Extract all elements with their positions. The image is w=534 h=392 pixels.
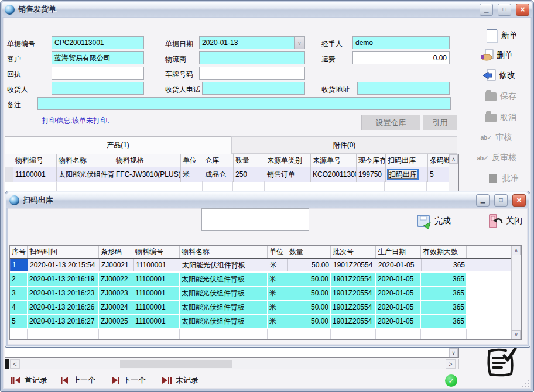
dialog-minimize-button[interactable]: ▁ — [476, 194, 490, 207]
dialog-close-button[interactable]: × — [512, 194, 526, 207]
scroll-left-button[interactable]: < — [10, 359, 20, 369]
cell: 365 — [421, 315, 467, 328]
doc-no-field[interactable]: CPC200113001 — [52, 36, 144, 49]
cell: 11100001 — [134, 301, 180, 314]
resize-grip[interactable] — [521, 380, 529, 387]
scroll-up-button[interactable]: ∧ — [449, 154, 458, 164]
cell: 太阳能光伏组件背板 — [180, 273, 268, 286]
previous-record-icon — [61, 376, 69, 384]
dialog-maximize-button[interactable]: □ — [494, 194, 508, 207]
hand-page-icon — [480, 49, 494, 63]
header-cell: 物料编号 — [134, 246, 180, 258]
table-row-selected[interactable]: 1 2020-01-13 20:15:54 ZJ00021 11100001 太… — [10, 259, 521, 271]
scroll-down-button[interactable]: ∨ — [449, 348, 458, 357]
cell: 1901Z20554 — [331, 273, 376, 286]
cell: 1 — [11, 259, 28, 271]
cell: 1901Z20554 — [331, 315, 376, 328]
product-row[interactable]: 11100001 太阳能光伏组件背板 FFC-JW3010(PLUS) 米 成品… — [5, 167, 458, 182]
doc-date-dropdown-button[interactable]: ∨ — [295, 36, 305, 49]
handler-field[interactable]: demo — [352, 36, 450, 49]
cell: ZJ00023 — [99, 287, 134, 300]
scan-outbound-dialog: 扫码出库 ▁ □ × 完成 关闭 — [5, 191, 530, 348]
logistics-field[interactable] — [199, 51, 305, 64]
square-icon — [486, 171, 500, 185]
cell: FFC-JW3010(PLUS) — [114, 167, 181, 182]
address-field[interactable] — [357, 82, 450, 95]
cell: 365 — [422, 259, 467, 271]
header-cell: 物料编号 — [13, 154, 57, 167]
side-button-delete[interactable]: 删单 — [480, 48, 513, 63]
main-titlebar[interactable]: 销售发货单 ▁ □ × — [2, 2, 532, 17]
screen: 销售发货单 ▁ □ × 单据编号 CPC200113001 单据日期 2020-… — [0, 0, 534, 392]
floppy-disk-icon — [416, 214, 432, 229]
scan-table-v-scrollbar[interactable]: ∧ ∨ — [511, 246, 521, 339]
header-cell: 条形码 — [99, 246, 134, 258]
customer-field[interactable]: 蓝海贸易有限公司 — [52, 51, 144, 64]
cell: 销售订单 — [265, 167, 311, 182]
cell: 1901Z20554 — [331, 287, 376, 300]
plate-no-field[interactable] — [199, 67, 305, 80]
nav-first-button[interactable]: 首记录 — [11, 375, 47, 386]
first-record-icon — [11, 376, 21, 384]
header-cell: 序号 — [10, 246, 28, 258]
finish-button[interactable]: 完成 — [416, 214, 451, 229]
nav-last-button[interactable]: 末记录 — [162, 375, 198, 386]
remark-field[interactable] — [37, 97, 451, 110]
scan-input[interactable] — [201, 208, 309, 231]
table-row[interactable]: 5 2020-01-13 20:16:27 ZJ00025 11100001 太… — [10, 315, 521, 328]
chevron-down-icon: ∨ — [297, 40, 302, 46]
scrollbar-thumb[interactable] — [120, 360, 232, 368]
freight-field[interactable]: 0.00 — [352, 51, 450, 64]
cell: 2020-01-13 20:16:19 — [28, 273, 99, 286]
side-button-unaudit: ab✓ 反审核 — [475, 150, 516, 166]
nav-next-button[interactable]: 下一个 — [111, 375, 146, 386]
side-button-new[interactable]: 新单 — [485, 28, 518, 43]
receiver-phone-field[interactable] — [202, 82, 305, 95]
side-button-audit: ab✓ 审核 — [479, 130, 512, 145]
receipt-field[interactable] — [52, 67, 144, 80]
arrow-page-icon — [482, 68, 497, 82]
table-row[interactable]: 3 2020-01-13 20:16:23 ZJ00023 11100001 太… — [10, 287, 521, 300]
cell: 太阳能光伏组件背板 — [57, 167, 114, 182]
cell: 2020-01-13 20:16:23 — [28, 287, 99, 300]
scroll-right-button[interactable]: > — [446, 359, 456, 369]
nav-prev-button[interactable]: 上一个 — [61, 375, 95, 386]
cell: 3 — [10, 287, 28, 300]
window-title: 销售发货单 — [18, 4, 475, 15]
cell: 11100001 — [134, 287, 180, 300]
close-dialog-button[interactable]: 关闭 — [488, 214, 522, 229]
header-cell: 单位 — [268, 246, 287, 258]
cell: 米 — [268, 273, 287, 286]
tab-attachments[interactable]: 附件(0) — [231, 136, 457, 154]
maximize-button[interactable]: □ — [498, 4, 511, 16]
scroll-up-button[interactable]: ∧ — [512, 246, 521, 255]
product-h-scrollbar[interactable]: < > — [5, 359, 459, 369]
side-button-modify[interactable]: 修改 — [482, 68, 515, 83]
table-row[interactable]: 2 2020-01-13 20:16:19 ZJ00022 11100001 太… — [10, 273, 521, 286]
cell: 50.00 — [287, 273, 331, 286]
cell: ZJ00021 — [100, 259, 134, 271]
scan-outbound-cell-button[interactable]: 扫码出库 — [388, 170, 417, 179]
close-button[interactable]: × — [516, 4, 529, 16]
minimize-button[interactable]: ▁ — [480, 4, 493, 16]
print-info-text: 打印信息:该单未打印. — [42, 116, 109, 126]
table-row[interactable]: 4 2020-01-13 20:16:26 ZJ00024 11100001 太… — [10, 301, 521, 314]
row-indicator — [5, 154, 13, 167]
receiver-phone-label: 收货人电话 — [165, 85, 200, 95]
green-status-icon[interactable]: ✓ — [445, 374, 457, 387]
cell: ZJ00025 — [99, 315, 134, 328]
tab-products[interactable]: 产品(1) — [5, 136, 231, 154]
cell: 365 — [421, 273, 467, 286]
dialog-title: 扫码出库 — [23, 195, 471, 205]
scroll-down-button[interactable]: ∨ — [512, 330, 521, 339]
remark-label: 备注 — [7, 100, 21, 110]
dialog-titlebar[interactable]: 扫码出库 ▁ □ × — [6, 192, 529, 208]
receiver-field[interactable] — [52, 82, 144, 95]
doc-date-field[interactable]: 2020-01-13 — [199, 36, 295, 49]
header-cell: 数量 — [234, 154, 265, 167]
splitter-handle[interactable] — [5, 359, 9, 369]
scan-table-header: 序号 扫码时间 条形码 物料编号 物料名称 单位 数量 批次号 生产日期 有效期… — [10, 246, 521, 259]
cell: ZJ00022 — [99, 273, 134, 286]
cell: 11100001 — [134, 315, 180, 328]
doc-no-label: 单据编号 — [7, 39, 35, 49]
